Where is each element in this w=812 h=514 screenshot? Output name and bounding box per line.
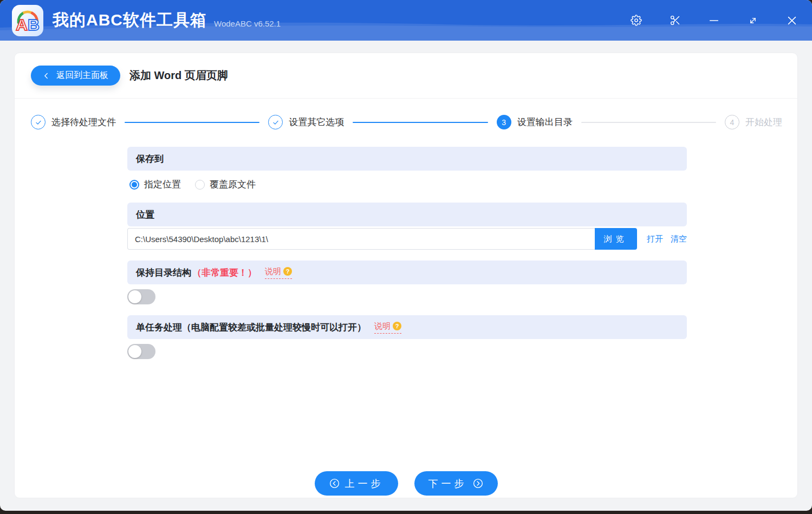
toggle-knob — [128, 290, 141, 303]
step-label: 设置其它选项 — [289, 116, 344, 128]
step-1-select-files: 选择待处理文件 — [31, 115, 116, 129]
chevron-left-icon — [43, 72, 50, 80]
minimize-icon[interactable] — [708, 15, 720, 27]
check-circle-icon — [31, 115, 46, 129]
help-link-label: 说明 — [374, 321, 391, 331]
radio-selected-icon — [129, 180, 139, 190]
radio-label: 覆盖原文件 — [210, 178, 256, 191]
step-label: 开始处理 — [745, 116, 782, 128]
form-content: 保存到 指定位置 覆盖原文件 位置 浏览 打开 — [15, 139, 797, 359]
save-to-title: 保存到 — [136, 153, 164, 165]
prev-step-label: 上一步 — [345, 477, 384, 490]
single-task-help-link[interactable]: 说明 ? — [374, 321, 401, 334]
app-logo: A B — [12, 5, 43, 36]
keep-structure-toggle[interactable] — [127, 289, 155, 304]
step-4-start-processing: 4 开始处理 — [725, 115, 782, 129]
titlebar[interactable]: A B 我的ABC软件工具箱 WodeABC v6.52.1 — [0, 0, 812, 41]
radio-unselected-icon — [195, 180, 205, 190]
step-number-badge: 4 — [725, 115, 739, 129]
maximize-resize-icon[interactable] — [747, 15, 759, 27]
location-section-header: 位置 — [127, 203, 687, 226]
single-task-section-header: 单任务处理（电脑配置较差或批量处理较慢时可以打开） 说明 ? — [127, 315, 687, 339]
svg-text:B: B — [28, 16, 40, 34]
step-indicator: 选择待处理文件 设置其它选项 3 设置输出目录 4 开始处理 — [15, 99, 797, 139]
step-number-badge: 3 — [497, 115, 511, 129]
browse-button-label: 浏览 — [604, 234, 628, 243]
app-title: 我的ABC软件工具箱 — [53, 9, 207, 31]
main-card: 返回到主面板 添加 Word 页眉页脚 选择待处理文件 设置其它选项 3 — [14, 53, 798, 498]
settings-gear-icon[interactable] — [630, 15, 642, 27]
output-path-input[interactable] — [127, 228, 595, 250]
toggle-knob — [128, 345, 141, 358]
keep-structure-help-link[interactable]: 说明 ? — [265, 266, 292, 279]
step-connector — [581, 122, 716, 123]
next-step-label: 下一步 — [428, 477, 467, 490]
radio-overwrite-original[interactable]: 覆盖原文件 — [195, 178, 256, 191]
circle-chevron-left-icon — [329, 478, 340, 489]
back-to-main-button[interactable]: 返回到主面板 — [31, 66, 120, 86]
open-folder-link[interactable]: 打开 — [647, 234, 663, 244]
location-title: 位置 — [136, 209, 154, 221]
step-2-other-options: 设置其它选项 — [268, 115, 344, 129]
single-task-toggle[interactable] — [127, 344, 155, 359]
scissors-screenshot-icon[interactable] — [669, 15, 681, 27]
step-label: 选择待处理文件 — [51, 116, 116, 128]
clear-path-link[interactable]: 清空 — [671, 234, 687, 244]
question-mark-icon: ? — [283, 267, 292, 276]
save-to-section-header: 保存到 — [127, 147, 687, 171]
keep-structure-important-note: （非常重要！） — [192, 266, 257, 279]
output-path-row: 浏览 打开 清空 — [127, 228, 687, 250]
step-connector — [125, 122, 259, 123]
next-step-button[interactable]: 下一步 — [414, 471, 498, 496]
keep-structure-section-header: 保持目录结构 （非常重要！） 说明 ? — [127, 261, 687, 284]
check-circle-icon — [268, 115, 283, 129]
wizard-footer: 上一步 下一步 — [15, 471, 797, 498]
titlebar-actions — [630, 15, 798, 27]
app-window: A B 我的ABC软件工具箱 WodeABC v6.52.1 — [0, 0, 812, 511]
page-title: 添加 Word 页眉页脚 — [129, 68, 228, 83]
single-task-title: 单任务处理（电脑配置较差或批量处理较慢时可以打开） — [136, 321, 366, 334]
app-version: WodeABC v6.52.1 — [214, 19, 281, 28]
step-3-output-directory: 3 设置输出目录 — [497, 115, 573, 129]
radio-label: 指定位置 — [144, 178, 181, 191]
question-mark-icon: ? — [393, 322, 401, 330]
help-link-label: 说明 — [265, 266, 281, 277]
card-header: 返回到主面板 添加 Word 页眉页脚 — [15, 53, 797, 99]
save-to-options: 指定位置 覆盖原文件 — [129, 178, 687, 191]
back-button-label: 返回到主面板 — [56, 70, 108, 81]
step-label: 设置输出目录 — [517, 116, 573, 128]
radio-specified-location[interactable]: 指定位置 — [129, 178, 181, 191]
svg-text:A: A — [16, 16, 28, 34]
step-connector — [353, 122, 488, 123]
circle-chevron-right-icon — [472, 478, 484, 489]
keep-structure-title: 保持目录结构 — [136, 266, 191, 279]
browse-button[interactable]: 浏览 — [595, 228, 637, 250]
prev-step-button[interactable]: 上一步 — [315, 471, 398, 496]
close-icon[interactable] — [786, 15, 798, 27]
